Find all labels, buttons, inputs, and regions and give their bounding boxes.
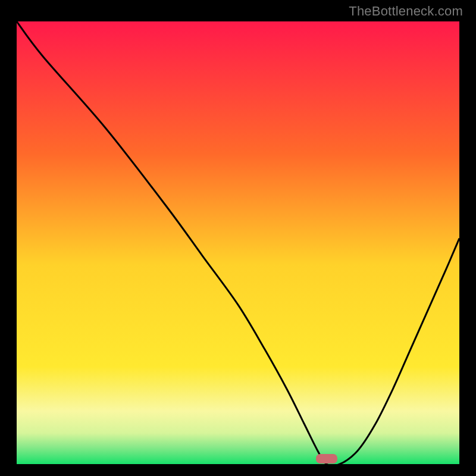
chart-frame (15, 20, 461, 466)
watermark: TheBottleneck.com (349, 4, 463, 19)
